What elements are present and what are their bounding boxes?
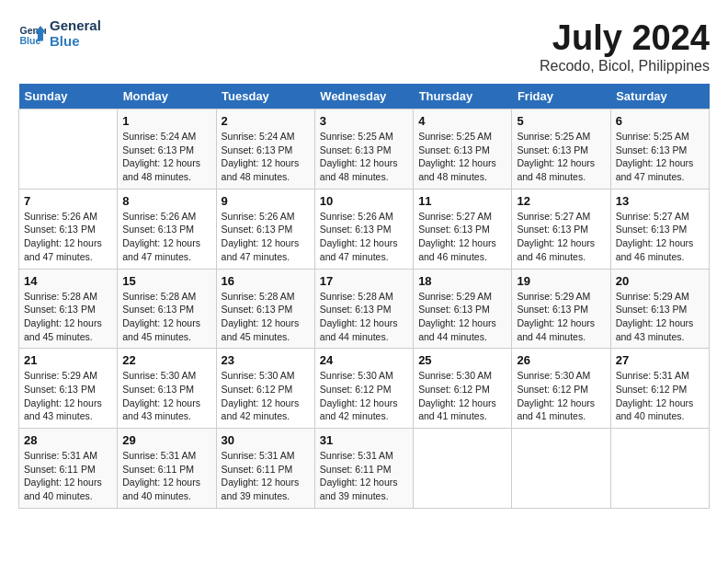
- location-subtitle: Recodo, Bicol, Philippines: [540, 58, 710, 75]
- calendar-cell: [512, 429, 610, 509]
- calendar-cell: [610, 429, 709, 509]
- day-number: 30: [222, 433, 310, 447]
- day-number: 27: [616, 353, 704, 367]
- day-info: Sunrise: 5:31 AM Sunset: 6:11 PM Dayligh…: [222, 449, 310, 503]
- day-info: Sunrise: 5:26 AM Sunset: 6:13 PM Dayligh…: [222, 210, 310, 264]
- calendar-cell: 31Sunrise: 5:31 AM Sunset: 6:11 PM Dayli…: [314, 429, 413, 509]
- title-section: July 2024 Recodo, Bicol, Philippines: [540, 18, 710, 75]
- day-info: Sunrise: 5:31 AM Sunset: 6:11 PM Dayligh…: [122, 449, 210, 503]
- day-number: 8: [122, 194, 210, 208]
- day-number: 1: [122, 114, 210, 128]
- day-number: 14: [24, 274, 112, 288]
- calendar-cell: 24Sunrise: 5:30 AM Sunset: 6:12 PM Dayli…: [314, 349, 413, 429]
- day-info: Sunrise: 5:25 AM Sunset: 6:13 PM Dayligh…: [517, 130, 605, 184]
- day-number: 29: [122, 433, 210, 447]
- day-number: 3: [320, 114, 408, 128]
- day-number: 19: [517, 274, 605, 288]
- day-info: Sunrise: 5:25 AM Sunset: 6:13 PM Dayligh…: [616, 130, 704, 184]
- day-info: Sunrise: 5:26 AM Sunset: 6:13 PM Dayligh…: [320, 210, 408, 264]
- calendar-cell: 23Sunrise: 5:30 AM Sunset: 6:12 PM Dayli…: [216, 349, 314, 429]
- day-number: 12: [517, 194, 605, 208]
- day-info: Sunrise: 5:26 AM Sunset: 6:13 PM Dayligh…: [122, 210, 210, 264]
- day-number: 28: [24, 433, 112, 447]
- calendar-cell: 5Sunrise: 5:25 AM Sunset: 6:13 PM Daylig…: [512, 109, 610, 190]
- day-info: Sunrise: 5:28 AM Sunset: 6:13 PM Dayligh…: [320, 290, 408, 344]
- week-row-5: 28Sunrise: 5:31 AM Sunset: 6:11 PM Dayli…: [19, 429, 710, 509]
- day-info: Sunrise: 5:28 AM Sunset: 6:13 PM Dayligh…: [24, 290, 112, 344]
- calendar-cell: 29Sunrise: 5:31 AM Sunset: 6:11 PM Dayli…: [118, 429, 216, 509]
- calendar-cell: [414, 429, 512, 509]
- week-row-3: 14Sunrise: 5:28 AM Sunset: 6:13 PM Dayli…: [19, 269, 710, 349]
- day-info: Sunrise: 5:27 AM Sunset: 6:13 PM Dayligh…: [616, 210, 704, 264]
- weekday-header-thursday: Thursday: [414, 84, 512, 109]
- calendar-cell: 28Sunrise: 5:31 AM Sunset: 6:11 PM Dayli…: [19, 429, 118, 509]
- day-info: Sunrise: 5:31 AM Sunset: 6:11 PM Dayligh…: [320, 449, 408, 503]
- day-info: Sunrise: 5:30 AM Sunset: 6:12 PM Dayligh…: [418, 369, 506, 423]
- day-number: 6: [616, 114, 704, 128]
- weekday-header-tuesday: Tuesday: [216, 84, 314, 109]
- day-number: 4: [418, 114, 506, 128]
- day-number: 11: [418, 194, 506, 208]
- week-row-4: 21Sunrise: 5:29 AM Sunset: 6:13 PM Dayli…: [19, 349, 710, 429]
- day-number: 16: [222, 274, 310, 288]
- calendar-cell: 4Sunrise: 5:25 AM Sunset: 6:13 PM Daylig…: [414, 109, 512, 190]
- day-info: Sunrise: 5:24 AM Sunset: 6:13 PM Dayligh…: [122, 130, 210, 184]
- calendar-cell: 13Sunrise: 5:27 AM Sunset: 6:13 PM Dayli…: [610, 189, 709, 269]
- calendar-cell: 3Sunrise: 5:25 AM Sunset: 6:13 PM Daylig…: [314, 109, 413, 190]
- day-info: Sunrise: 5:25 AM Sunset: 6:13 PM Dayligh…: [320, 130, 408, 184]
- day-number: 26: [517, 353, 605, 367]
- day-number: 23: [222, 353, 310, 367]
- day-info: Sunrise: 5:29 AM Sunset: 6:13 PM Dayligh…: [517, 290, 605, 344]
- day-info: Sunrise: 5:28 AM Sunset: 6:13 PM Dayligh…: [222, 290, 310, 344]
- day-number: 7: [24, 194, 112, 208]
- day-info: Sunrise: 5:24 AM Sunset: 6:13 PM Dayligh…: [222, 130, 310, 184]
- calendar-cell: 7Sunrise: 5:26 AM Sunset: 6:13 PM Daylig…: [19, 189, 118, 269]
- day-number: 13: [616, 194, 704, 208]
- header: General Blue General Blue July 2024 Reco…: [18, 18, 710, 75]
- calendar-cell: 1Sunrise: 5:24 AM Sunset: 6:13 PM Daylig…: [118, 109, 216, 190]
- day-info: Sunrise: 5:27 AM Sunset: 6:13 PM Dayligh…: [517, 210, 605, 264]
- day-info: Sunrise: 5:31 AM Sunset: 6:11 PM Dayligh…: [24, 449, 112, 503]
- calendar-cell: 17Sunrise: 5:28 AM Sunset: 6:13 PM Dayli…: [314, 269, 413, 349]
- logo-icon: General Blue: [18, 20, 46, 48]
- calendar-cell: 18Sunrise: 5:29 AM Sunset: 6:13 PM Dayli…: [414, 269, 512, 349]
- weekday-header-saturday: Saturday: [610, 84, 709, 109]
- day-number: 17: [320, 274, 408, 288]
- day-info: Sunrise: 5:29 AM Sunset: 6:13 PM Dayligh…: [24, 369, 112, 423]
- calendar-cell: 19Sunrise: 5:29 AM Sunset: 6:13 PM Dayli…: [512, 269, 610, 349]
- calendar-cell: 22Sunrise: 5:30 AM Sunset: 6:13 PM Dayli…: [118, 349, 216, 429]
- day-number: 2: [222, 114, 310, 128]
- day-info: Sunrise: 5:26 AM Sunset: 6:13 PM Dayligh…: [24, 210, 112, 264]
- weekday-header-friday: Friday: [512, 84, 610, 109]
- calendar-cell: 27Sunrise: 5:31 AM Sunset: 6:12 PM Dayli…: [610, 349, 709, 429]
- calendar-cell: 15Sunrise: 5:28 AM Sunset: 6:13 PM Dayli…: [118, 269, 216, 349]
- month-year-title: July 2024: [540, 18, 710, 58]
- calendar-cell: 9Sunrise: 5:26 AM Sunset: 6:13 PM Daylig…: [216, 189, 314, 269]
- calendar-table: SundayMondayTuesdayWednesdayThursdayFrid…: [18, 84, 710, 509]
- day-number: 9: [222, 194, 310, 208]
- day-info: Sunrise: 5:30 AM Sunset: 6:13 PM Dayligh…: [122, 369, 210, 423]
- calendar-cell: 16Sunrise: 5:28 AM Sunset: 6:13 PM Dayli…: [216, 269, 314, 349]
- calendar-cell: [19, 109, 118, 190]
- day-number: 24: [320, 353, 408, 367]
- svg-text:Blue: Blue: [20, 34, 41, 45]
- day-info: Sunrise: 5:30 AM Sunset: 6:12 PM Dayligh…: [222, 369, 310, 423]
- calendar-cell: 25Sunrise: 5:30 AM Sunset: 6:12 PM Dayli…: [414, 349, 512, 429]
- day-info: Sunrise: 5:30 AM Sunset: 6:12 PM Dayligh…: [320, 369, 408, 423]
- day-number: 25: [418, 353, 506, 367]
- day-info: Sunrise: 5:29 AM Sunset: 6:13 PM Dayligh…: [418, 290, 506, 344]
- calendar-cell: 6Sunrise: 5:25 AM Sunset: 6:13 PM Daylig…: [610, 109, 709, 190]
- calendar-cell: 30Sunrise: 5:31 AM Sunset: 6:11 PM Dayli…: [216, 429, 314, 509]
- calendar-cell: 21Sunrise: 5:29 AM Sunset: 6:13 PM Dayli…: [19, 349, 118, 429]
- day-info: Sunrise: 5:29 AM Sunset: 6:13 PM Dayligh…: [616, 290, 704, 344]
- calendar-cell: 12Sunrise: 5:27 AM Sunset: 6:13 PM Dayli…: [512, 189, 610, 269]
- weekday-header-row: SundayMondayTuesdayWednesdayThursdayFrid…: [19, 84, 710, 109]
- day-number: 31: [320, 433, 408, 447]
- calendar-cell: 2Sunrise: 5:24 AM Sunset: 6:13 PM Daylig…: [216, 109, 314, 190]
- calendar-cell: 26Sunrise: 5:30 AM Sunset: 6:12 PM Dayli…: [512, 349, 610, 429]
- day-info: Sunrise: 5:25 AM Sunset: 6:13 PM Dayligh…: [418, 130, 506, 184]
- week-row-1: 1Sunrise: 5:24 AM Sunset: 6:13 PM Daylig…: [19, 109, 710, 190]
- day-info: Sunrise: 5:28 AM Sunset: 6:13 PM Dayligh…: [122, 290, 210, 344]
- calendar-body: 1Sunrise: 5:24 AM Sunset: 6:13 PM Daylig…: [19, 109, 710, 509]
- calendar-cell: 10Sunrise: 5:26 AM Sunset: 6:13 PM Dayli…: [314, 189, 413, 269]
